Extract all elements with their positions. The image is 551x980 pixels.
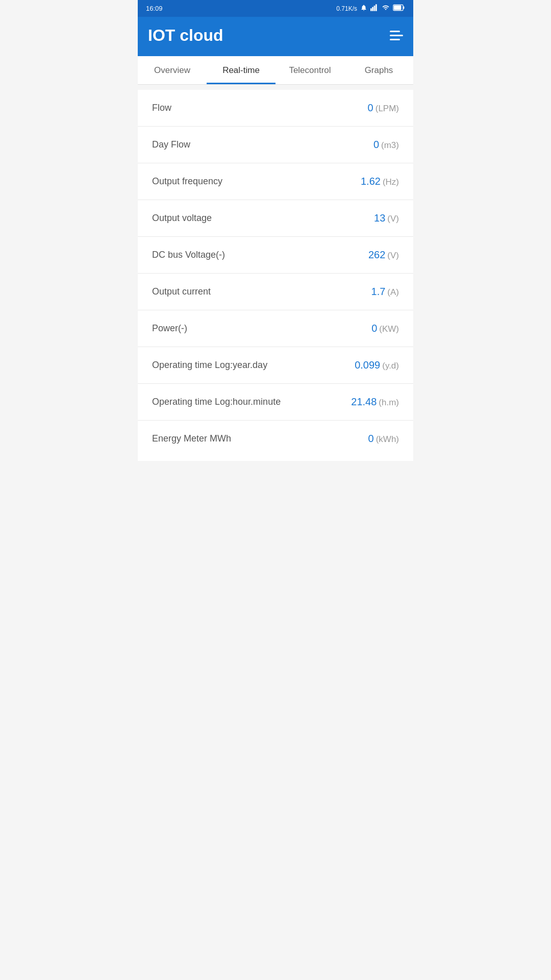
label-op-time-hour: Operating time Log:hour.minute bbox=[152, 397, 281, 407]
app-header: IOT cloud bbox=[138, 17, 413, 56]
row-energy-meter: Energy Meter MWh 0 (kWh) bbox=[138, 421, 413, 461]
unit-output-voltage: (V) bbox=[387, 214, 399, 224]
number-output-voltage: 13 bbox=[374, 212, 385, 224]
number-flow: 0 bbox=[368, 102, 373, 114]
app-title: IOT cloud bbox=[148, 26, 223, 45]
alarm-icon bbox=[360, 4, 367, 13]
menu-line-2 bbox=[390, 35, 403, 36]
number-output-current: 1.7 bbox=[371, 286, 386, 298]
label-dc-bus: DC bus Voltage(-) bbox=[152, 250, 225, 260]
status-icons: 0.71K/s bbox=[336, 4, 405, 13]
svg-rect-0 bbox=[370, 8, 372, 11]
row-op-time-year: Operating time Log:year.day 0.099 (y.d) bbox=[138, 347, 413, 384]
unit-dc-bus: (V) bbox=[387, 251, 399, 261]
wifi-icon bbox=[382, 4, 390, 13]
svg-rect-3 bbox=[375, 4, 377, 11]
label-power: Power(-) bbox=[152, 323, 187, 334]
number-dayflow: 0 bbox=[373, 139, 379, 151]
unit-power: (KW) bbox=[379, 324, 399, 334]
row-output-voltage: Output voltage 13 (V) bbox=[138, 200, 413, 237]
menu-button[interactable] bbox=[390, 31, 403, 40]
svg-rect-2 bbox=[374, 6, 375, 11]
signal-icon bbox=[370, 4, 379, 13]
unit-output-current: (A) bbox=[387, 287, 399, 298]
value-op-time-hour: 21.48 (h.m) bbox=[351, 396, 399, 408]
number-output-freq: 1.62 bbox=[361, 176, 381, 187]
value-dayflow: 0 (m3) bbox=[373, 139, 399, 151]
tab-telecontrol[interactable]: Telecontrol bbox=[276, 56, 344, 84]
unit-output-freq: (Hz) bbox=[383, 177, 399, 187]
row-dayflow: Day Flow 0 (m3) bbox=[138, 127, 413, 163]
battery-icon bbox=[393, 4, 405, 13]
svg-rect-6 bbox=[394, 6, 401, 10]
number-energy-meter: 0 bbox=[368, 433, 374, 445]
unit-dayflow: (m3) bbox=[381, 140, 399, 151]
unit-op-time-hour: (h.m) bbox=[379, 398, 399, 408]
network-speed: 0.71K/s bbox=[336, 5, 357, 12]
value-energy-meter: 0 (kWh) bbox=[368, 433, 399, 445]
label-output-voltage: Output voltage bbox=[152, 213, 212, 224]
number-dc-bus: 262 bbox=[368, 249, 385, 261]
data-list: Flow 0 (LPM) Day Flow 0 (m3) Output freq… bbox=[138, 90, 413, 461]
number-power: 0 bbox=[371, 323, 377, 334]
row-output-freq: Output frequency 1.62 (Hz) bbox=[138, 163, 413, 200]
number-op-time-year: 0.099 bbox=[355, 359, 380, 371]
status-time: 16:09 bbox=[146, 5, 163, 12]
label-dayflow: Day Flow bbox=[152, 139, 190, 150]
value-power: 0 (KW) bbox=[371, 323, 399, 334]
svg-rect-5 bbox=[403, 7, 404, 9]
label-energy-meter: Energy Meter MWh bbox=[152, 433, 231, 444]
tab-bar: Overview Real-time Telecontrol Graphs bbox=[138, 56, 413, 85]
label-op-time-year: Operating time Log:year.day bbox=[152, 360, 267, 371]
tab-realtime[interactable]: Real-time bbox=[207, 56, 276, 84]
value-op-time-year: 0.099 (y.d) bbox=[355, 359, 399, 371]
row-op-time-hour: Operating time Log:hour.minute 21.48 (h.… bbox=[138, 384, 413, 421]
label-output-freq: Output frequency bbox=[152, 176, 222, 187]
status-bar: 16:09 0.71K/s bbox=[138, 0, 413, 17]
unit-op-time-year: (y.d) bbox=[382, 361, 399, 371]
value-output-freq: 1.62 (Hz) bbox=[361, 176, 399, 187]
row-dc-bus: DC bus Voltage(-) 262 (V) bbox=[138, 237, 413, 274]
tab-graphs[interactable]: Graphs bbox=[344, 56, 413, 84]
value-dc-bus: 262 (V) bbox=[368, 249, 399, 261]
row-flow: Flow 0 (LPM) bbox=[138, 90, 413, 127]
label-output-current: Output current bbox=[152, 286, 211, 297]
unit-flow: (LPM) bbox=[375, 104, 399, 114]
value-output-current: 1.7 (A) bbox=[371, 286, 399, 298]
tab-overview[interactable]: Overview bbox=[138, 56, 207, 84]
value-flow: 0 (LPM) bbox=[368, 102, 399, 114]
value-output-voltage: 13 (V) bbox=[374, 212, 399, 224]
row-power: Power(-) 0 (KW) bbox=[138, 310, 413, 347]
number-op-time-hour: 21.48 bbox=[351, 396, 377, 408]
row-output-current: Output current 1.7 (A) bbox=[138, 274, 413, 310]
menu-line-1 bbox=[390, 31, 400, 32]
label-flow: Flow bbox=[152, 103, 171, 113]
menu-line-3 bbox=[390, 39, 400, 40]
unit-energy-meter: (kWh) bbox=[376, 434, 399, 445]
svg-rect-1 bbox=[372, 7, 373, 11]
